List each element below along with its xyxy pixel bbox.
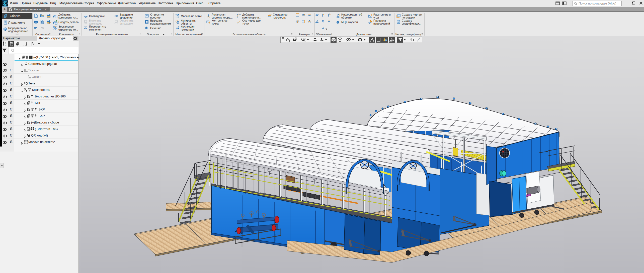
svg-text:?: ? [339,14,341,17]
svg-text:?: ? [371,14,372,16]
svg-text:E: E [330,13,331,16]
svg-text:12: 12 [5,45,7,46]
svg-text:R: R [298,20,299,22]
